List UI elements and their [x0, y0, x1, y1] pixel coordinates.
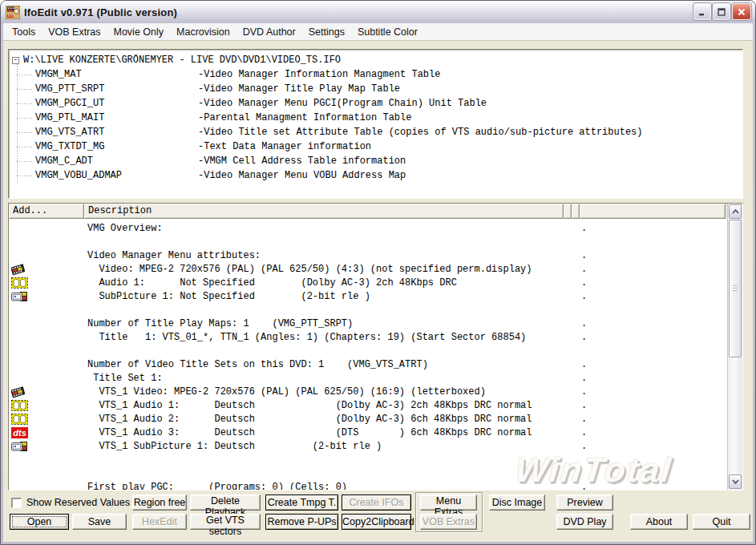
list-row[interactable]: VTS_1 Video: MPEG-2 720x576 (PAL) (PAL 6…	[9, 386, 727, 399]
row-text: Number of Title Play Maps: 1 (VMG_PTT_SR…	[87, 317, 353, 331]
checkbox-label: Show Reserved Values	[26, 497, 130, 508]
close-icon[interactable]	[732, 3, 751, 20]
row-dot: .	[581, 277, 587, 290]
svg-text:EDIT: EDIT	[8, 14, 15, 18]
tree-item-desc: -Video Title set Attribute Table (copies…	[198, 125, 643, 139]
create-ifos-button[interactable]: Create IFOs	[342, 495, 411, 511]
disc-image-button[interactable]: Disc Image	[489, 495, 545, 511]
list-row[interactable]	[9, 345, 727, 358]
scroll-up-icon[interactable]	[729, 204, 742, 219]
dvd-play-button[interactable]: DVD Play	[556, 514, 613, 530]
row-dot: .	[581, 413, 587, 426]
row-dot: .	[581, 426, 587, 440]
list-row[interactable]: Title Set 1:.	[9, 372, 727, 386]
menu-item-subtitle-color[interactable]: Subtitle Color	[351, 25, 424, 39]
list-row[interactable]	[9, 236, 727, 249]
tree-item-name: VMGM_MAT	[35, 67, 198, 82]
maximize-icon[interactable]	[713, 3, 730, 20]
row-text: Video Manager Menu attributes:	[87, 249, 261, 263]
list-row[interactable]: Audio 1: Not Specified (Dolby AC-3) 2ch …	[9, 277, 727, 290]
list-row[interactable]: Video Manager Menu attributes:.	[9, 249, 727, 263]
list-header: Add...Description	[9, 204, 727, 219]
tree-item-VMGM_C_ADT[interactable]: VMGM_C_ADT-VMGM Cell Address Table infor…	[35, 154, 406, 168]
list-row[interactable]	[9, 467, 727, 481]
menu-item-settings[interactable]: Settings	[302, 25, 351, 39]
row-dot: .	[581, 249, 587, 263]
menu-item-tools[interactable]: Tools	[6, 25, 42, 39]
tree-item-VMG_PTT_SRPT[interactable]: VMG_PTT_SRPT-Video Manager Title Play Ma…	[35, 82, 400, 96]
app-icon: EDIT	[6, 6, 20, 19]
menu-item-movie-only[interactable]: Movie Only	[107, 25, 170, 39]
collapse-expander-icon[interactable]: -	[12, 57, 19, 64]
remove-pups-button[interactable]: Remove P-UPs	[265, 514, 338, 530]
region-free-button[interactable]: Region free	[132, 495, 187, 511]
scrollbar-track[interactable]	[728, 220, 742, 474]
about-button[interactable]: About	[630, 514, 688, 530]
menu-extras-button[interactable]: Menu Extras	[420, 495, 477, 511]
row-text: VTS_1 Video: MPEG-2 720x576 (PAL) (PAL 6…	[87, 386, 486, 399]
column-header-blank-2[interactable]	[564, 204, 572, 219]
column-header-description[interactable]: Description	[84, 204, 564, 219]
list-row[interactable]: VMG Overview:.	[9, 222, 727, 236]
column-header-blank-3[interactable]	[572, 204, 580, 219]
save-button[interactable]: Save	[72, 514, 127, 530]
row-dot: .	[581, 263, 587, 277]
row-dot: .	[581, 386, 587, 399]
list-row[interactable]: VTS_1 Audio 2: Deutsch (Dolby AC-3) 6ch …	[9, 413, 727, 426]
copy2clipboard-button[interactable]: Copy2Clipboard	[342, 514, 411, 530]
vertical-scrollbar[interactable]	[727, 204, 742, 490]
list-row[interactable]: Title 1: VTS_01_*, TTN_1 (Angles: 1) (Ch…	[9, 331, 727, 345]
tree-item-desc: -Text Data Manager information	[198, 139, 371, 154]
list-row[interactable]: Number of Video Title Sets on this DVD: …	[9, 358, 727, 372]
tree-item-desc: -Video Manager Menu VOBU Address Map	[198, 168, 406, 183]
row-text: VMG Overview:	[87, 222, 163, 236]
tree-root-row[interactable]: - W:\LIVE KONZERTE\GRÖNEMYER - LIVE DVD\…	[12, 53, 341, 67]
get-vts-sectors-button[interactable]: Get VTS sectors	[190, 514, 261, 530]
scroll-down-icon[interactable]	[729, 474, 742, 489]
menu-item-dvd-author[interactable]: DVD Author	[237, 25, 302, 39]
show-reserved-checkbox[interactable]: Show Reserved Values	[11, 497, 130, 508]
tree-item-VMGM_MAT[interactable]: VMGM_MAT-Video Manager Information Manag…	[35, 67, 440, 82]
list-row[interactable]	[9, 454, 727, 467]
tree-item-name: VMGM_C_ADT	[35, 154, 198, 168]
list-row[interactable]: VTS_1 SubPicture 1: Deutsch (2-bit rle )…	[9, 440, 727, 454]
vob-extras-button[interactable]: VOB Extras	[420, 514, 477, 530]
create-tmpg-button[interactable]: Create Tmpg T.	[265, 495, 338, 511]
menu-item-macrovision[interactable]: Macrovision	[170, 25, 237, 39]
scrollbar-thumb[interactable]	[729, 220, 742, 357]
titlebar[interactable]: EDIT IfoEdit v0.971 (Public version)	[1, 1, 755, 23]
list-row[interactable]: VTS_1 Audio 1: Deutsch (Dolby AC-3) 2ch …	[9, 399, 727, 413]
tree-item-VMG_VTS_ATRT[interactable]: VMG_VTS_ATRT-Video Title set Attribute T…	[35, 125, 643, 139]
list-row[interactable]: Video: MPEG-2 720x576 (PAL) (PAL 625/50)…	[9, 263, 727, 277]
client-area: ToolsVOB ExtrasMovie OnlyMacrovisionDVD …	[3, 23, 753, 542]
tree-item-VMG_PTL_MAIT[interactable]: VMG_PTL_MAIT-Parental Managment Informat…	[35, 111, 411, 125]
column-header-add[interactable]: Add...	[9, 204, 84, 219]
tree-item-VMGM_VOBU_ADMAP[interactable]: VMGM_VOBU_ADMAP-Video Manager Menu VOBU …	[35, 168, 406, 183]
row-text: Video: MPEG-2 720x576 (PAL) (PAL 625/50)…	[87, 263, 532, 277]
minimize-icon[interactable]	[693, 3, 711, 20]
row-dot: .	[581, 317, 587, 331]
list-row[interactable]: First play PGC: (Programs: 0) (Cells: 0)…	[9, 481, 727, 490]
preview-button[interactable]: Preview	[556, 495, 613, 511]
row-text: First play PGC: (Programs: 0) (Cells: 0)	[87, 481, 347, 490]
tree-item-desc: -Video Manager Information Managment Tab…	[198, 67, 440, 82]
tree-item-desc: -Parental Managment Information Table	[198, 111, 411, 125]
column-header-blank-4[interactable]	[580, 204, 726, 219]
tree-item-VMG_TXTDT_MG[interactable]: VMG_TXTDT_MG-Text Data Manager informati…	[35, 139, 371, 154]
tree-connector-line	[17, 64, 18, 183]
quit-button[interactable]: Quit	[693, 514, 750, 530]
open-button[interactable]: Open	[10, 514, 69, 530]
list-row[interactable]: dts VTS_1 Audio 3: Deutsch (DTS ) 6ch 48…	[9, 426, 727, 440]
menu-item-vob-extras[interactable]: VOB Extras	[42, 25, 107, 39]
list-row[interactable]: SubPicture 1: Not Specified (2-bit rle )…	[9, 290, 727, 304]
row-text: VTS_1 Audio 1: Deutsch (Dolby AC-3) 2ch …	[87, 399, 532, 413]
hexedit-button[interactable]: HexEdit	[132, 514, 187, 530]
list-row[interactable]: Number of Title Play Maps: 1 (VMG_PTT_SR…	[9, 317, 727, 331]
tree-item-VMGM_PGCI_UT[interactable]: VMGM_PGCI_UT-Video Manager Menu PGCI(Pro…	[35, 96, 487, 111]
row-dot: .	[581, 358, 587, 372]
row-text: Audio 1: Not Specified (Dolby AC-3) 2ch …	[87, 277, 457, 290]
row-dot: .	[581, 481, 587, 490]
checkbox-icon[interactable]	[11, 498, 22, 508]
list-row[interactable]	[9, 304, 727, 317]
delete-playback-button[interactable]: Delete Playback	[190, 495, 261, 511]
